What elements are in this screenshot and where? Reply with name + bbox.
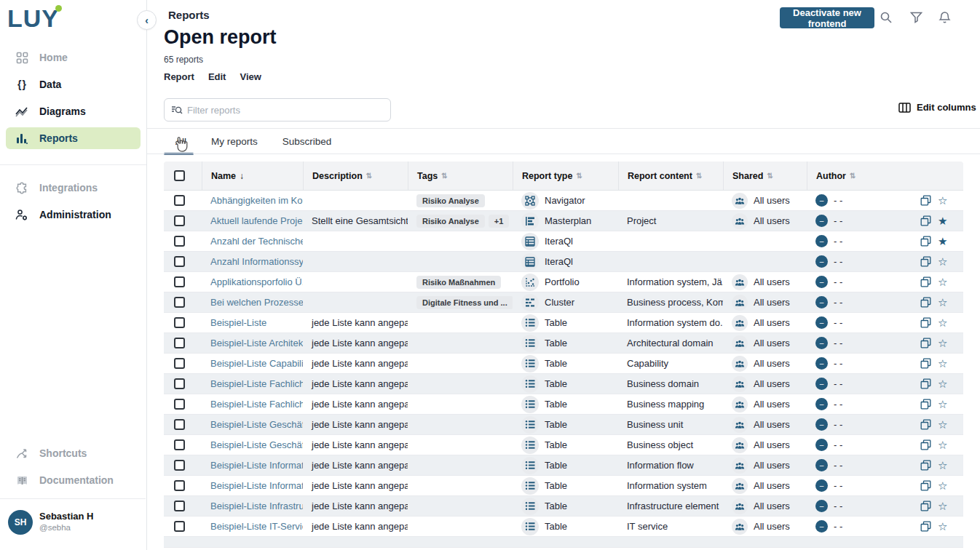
report-name-link[interactable]: Beispiel-Liste Geschäft... [210,439,303,450]
row-checkbox[interactable] [174,419,185,430]
tag-badge[interactable]: Digitale Fitness und ... [416,296,513,309]
row-checkbox[interactable] [174,460,185,471]
report-name-link[interactable]: Beispiel-Liste IT-Servic... [210,521,303,532]
sidebar-collapse-button[interactable]: ‹ [137,10,157,30]
report-name-link[interactable]: Aktuell laufende Projek... [210,215,303,226]
report-name-link[interactable]: Bei welchen Prozessen... [210,297,303,308]
report-name-link[interactable]: Beispiel-Liste Fachlich... [210,399,303,410]
star-outline-button[interactable]: ☆ [938,317,947,328]
star-outline-button[interactable]: ☆ [938,276,947,287]
report-name-link[interactable]: Anzahl Informationssy... [210,256,303,267]
copy-report-button[interactable] [920,236,931,247]
row-checkbox[interactable] [174,439,185,450]
copy-report-button[interactable] [920,256,931,267]
search-icon[interactable] [877,8,896,27]
tag-badge[interactable]: Risiko Analyse [416,215,485,228]
row-checkbox[interactable] [174,378,185,389]
copy-report-button[interactable] [920,338,931,348]
report-name-link[interactable]: Beispiel-Liste [210,317,266,328]
sidebar-item-data[interactable]: { } Data [6,73,141,95]
row-checkbox[interactable] [174,195,185,206]
star-outline-button[interactable]: ☆ [938,297,947,308]
report-name-link[interactable]: Beispiel-Liste Fachlich... [210,378,303,389]
row-checkbox[interactable] [174,215,185,226]
star-outline-button[interactable]: ☆ [938,439,947,450]
sidebar-item-diagrams[interactable]: Diagrams [6,100,141,122]
sidebar-item-documentation[interactable]: Documentation [6,469,141,491]
select-all-checkbox[interactable] [174,170,185,181]
star-outline-button[interactable]: ☆ [938,256,947,267]
tag-badge[interactable]: Risiko Analyse [416,194,485,207]
row-checkbox[interactable] [174,358,185,369]
tab-my-reports[interactable]: My reports [211,132,258,155]
row-checkbox[interactable] [174,236,185,247]
star-outline-button[interactable]: ☆ [938,419,947,430]
filter-reports-input[interactable] [187,105,384,116]
star-outline-button[interactable]: ☆ [938,460,947,471]
star-outline-button[interactable]: ☆ [938,338,947,348]
copy-report-button[interactable] [920,460,931,471]
report-name-link[interactable]: Beispiel-Liste Informati... [210,460,303,471]
star-outline-button[interactable]: ☆ [938,195,947,206]
tab-all[interactable]: All [175,132,186,155]
copy-report-button[interactable] [920,501,931,511]
report-name-link[interactable]: Beispiel-Liste Capability [210,358,303,369]
copy-report-button[interactable] [920,276,931,287]
luy-logo[interactable]: LUY [7,4,59,33]
star-outline-button[interactable]: ☆ [938,501,947,511]
column-header-name[interactable]: Name↓ [202,162,303,190]
copy-report-button[interactable] [920,480,931,491]
column-header-tags[interactable]: Tags⇅ [408,162,513,190]
deactivate-frontend-button[interactable]: Deactivate new frontend [780,7,874,28]
report-name-link[interactable]: Anzahl der Technische... [210,236,303,247]
user-profile[interactable]: SH Sebastian H @sebha [0,498,146,550]
sidebar-item-reports[interactable]: Reports [6,127,141,149]
report-name-link[interactable]: Beispiel-Liste Geschäft... [210,419,303,430]
row-checkbox[interactable] [174,480,185,491]
row-checkbox[interactable] [174,297,185,308]
star-outline-button[interactable]: ☆ [938,378,947,389]
tab-subscribed[interactable]: Subscribed [282,132,332,155]
menu-view[interactable]: View [240,71,261,82]
column-header-description[interactable]: Description⇅ [303,162,408,190]
row-checkbox[interactable] [174,501,185,511]
report-name-link[interactable]: Beispiel-Liste Infrastru... [210,501,303,511]
report-name-link[interactable]: Beispiel-Liste Informati... [210,480,303,491]
row-checkbox[interactable] [174,399,185,410]
filter-icon[interactable] [906,8,925,27]
row-checkbox[interactable] [174,338,185,348]
star-outline-button[interactable]: ☆ [938,480,947,491]
menu-edit[interactable]: Edit [208,71,226,82]
report-name-link[interactable]: Applikationsporfolio Ü... [210,276,303,287]
star-outline-button[interactable]: ☆ [938,521,947,532]
star-outline-button[interactable]: ☆ [938,358,947,369]
sidebar-item-shortcuts[interactable]: Shortcuts [6,442,141,464]
copy-report-button[interactable] [920,317,931,328]
sidebar-item-home[interactable]: Home [6,47,141,68]
star-outline-button[interactable]: ☆ [938,399,947,410]
report-name-link[interactable]: Abhängigkeiten im Kon... [210,195,303,206]
star-filled-button[interactable]: ★ [938,215,947,226]
star-filled-button[interactable]: ★ [938,236,947,247]
menu-report[interactable]: Report [164,71,194,82]
copy-report-button[interactable] [920,195,931,206]
report-name-link[interactable]: Beispiel-Liste Architekt... [210,338,303,348]
sidebar-item-administration[interactable]: Administration [6,204,141,226]
copy-report-button[interactable] [920,297,931,308]
row-checkbox[interactable] [174,276,185,287]
copy-report-button[interactable] [920,399,931,410]
copy-report-button[interactable] [920,358,931,369]
bell-icon[interactable] [935,8,954,27]
copy-report-button[interactable] [920,439,931,450]
copy-report-button[interactable] [920,521,931,532]
sidebar-item-integrations[interactable]: Integrations [6,177,141,199]
tag-more-badge[interactable]: +1 [489,215,510,228]
column-header-report-content[interactable]: Report content⇅ [618,162,723,190]
column-header-report-type[interactable]: Report type⇅ [513,162,618,190]
column-header-author[interactable]: Author⇅ [807,162,912,190]
row-checkbox[interactable] [174,521,185,532]
edit-columns-button[interactable]: Edit columns [898,102,976,113]
copy-report-button[interactable] [920,378,931,389]
copy-report-button[interactable] [920,419,931,430]
copy-report-button[interactable] [920,215,931,226]
